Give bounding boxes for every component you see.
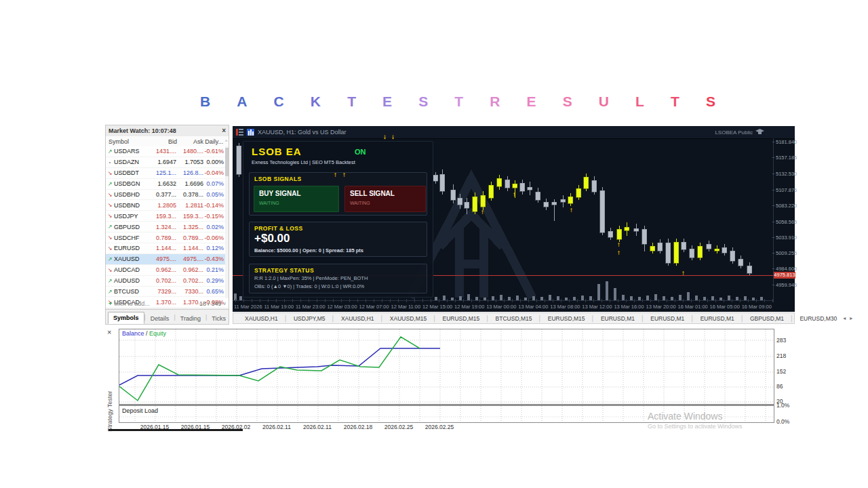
scroll-down-icon[interactable]: v <box>224 301 226 306</box>
column-symbol: Symbol <box>106 138 151 145</box>
date-tick: 2026.02.11 <box>297 424 338 430</box>
candle <box>568 193 573 206</box>
table-row-usdbhd[interactable]: ↘USDBHD0.377...0.378...0.05% <box>106 190 229 201</box>
date-tick: 2026.01.15 <box>134 424 175 430</box>
column-ask: Ask <box>177 138 203 145</box>
ea-strategy-heading: STRATEGY STATUS <box>254 267 314 274</box>
market-watch-header: Symbol Bid Ask Daily... ^ <box>106 136 229 147</box>
table-row-usdbgn[interactable]: ↗USDBGN1.66321.66960.07% <box>106 179 229 190</box>
time-tick: 16 Mar 05:00 <box>710 304 740 310</box>
chart-tab-10[interactable]: GBPUSD,M1 <box>744 315 790 322</box>
arrow-up-icon: ↗ <box>106 148 114 155</box>
value-tick: 86 <box>776 383 783 390</box>
bid-cell: 0.789... <box>149 235 176 241</box>
nav-right-icon[interactable]: ▸ <box>850 315 852 321</box>
scrollbar[interactable] <box>225 146 229 298</box>
bid-cell: 0.962... <box>149 266 176 273</box>
price-tick: 5009.255 <box>776 250 797 256</box>
symbol-cell: EURUSD <box>114 245 149 251</box>
candle <box>650 243 655 253</box>
arrow-down-icon: ↘ <box>106 235 114 241</box>
plus-icon: + <box>108 300 112 307</box>
chart-tab-2[interactable]: XAUUSD,H1 <box>335 315 380 322</box>
price-tick: 5083.220 <box>776 203 797 209</box>
table-row-btcusd[interactable]: ↗BTCUSD7329...7330...0.65% <box>106 287 229 298</box>
table-row-usdbnd[interactable]: ↘USDBND1.28051.2811-0.14% <box>106 200 229 211</box>
candle <box>634 224 639 236</box>
click-to-add-link[interactable]: click to add... <box>114 300 150 307</box>
candle <box>707 241 711 251</box>
chart-tab-11[interactable]: EURUSD,M30 <box>793 315 843 322</box>
chart-tab-6[interactable]: EURUSD,M15 <box>542 315 591 322</box>
title-letter: L <box>635 94 644 110</box>
chart-tab-3[interactable]: XAUUSD,M15 <box>384 315 433 322</box>
value-tick: 0.0% <box>776 418 789 425</box>
candle <box>576 185 581 200</box>
tab-symbols[interactable]: Symbols <box>108 312 144 324</box>
tab-nav: ◂▸ <box>843 315 852 321</box>
title-letter: C <box>274 94 284 110</box>
price-tick: 5107.875 <box>776 187 797 193</box>
tab-details[interactable]: Details <box>146 313 174 324</box>
chart-tab-0[interactable]: XAUUSD,H1 <box>239 315 284 322</box>
chart-tab-4[interactable]: EURUSD,M15 <box>437 315 486 322</box>
time-tick: 12 Mar 07:00 <box>359 304 389 310</box>
screenshot-root: BACKTESTRESULTS Market Watch: 10:07:48 ×… <box>0 0 868 488</box>
bid-cell: 7329... <box>149 288 176 295</box>
daily-cell: -0.43% <box>203 256 224 262</box>
candle <box>658 239 663 253</box>
date-tick: 2026.02.11 <box>256 424 297 430</box>
table-row-usdbdt[interactable]: ↘USDBDT125.1...126.8...-0.04% <box>106 168 229 179</box>
table-row-gbpusd[interactable]: ↗GBPUSD1.324...1.325...0.02% <box>106 222 229 232</box>
chart-tab-5[interactable]: BTCUSD,M15 <box>490 315 538 322</box>
table-row-usdjpy[interactable]: ↘USDJPY159.3...159.3...-0.15% <box>106 211 229 222</box>
page-title: BACKTESTRESULTS <box>200 92 715 111</box>
scroll-up-icon[interactable]: ^ <box>224 139 229 144</box>
title-letter: T <box>671 94 679 110</box>
value-tick: 1.0% <box>776 402 789 409</box>
daily-cell: -0.15% <box>203 213 224 220</box>
table-row-eurusd[interactable]: ↘EURUSD1.144...1.144...0.12% <box>106 243 229 254</box>
deposit-load-label: Deposit Load <box>122 407 158 414</box>
table-row-xauusd[interactable]: ↗XAUUSD4975....4975....-0.43% <box>106 254 229 265</box>
symbol-cell: XAUUSD <box>114 256 149 262</box>
chart-tab-1[interactable]: USDJPY,M5 <box>288 315 332 322</box>
title-letter: K <box>311 94 321 110</box>
nav-left-icon[interactable]: ◂ <box>843 315 846 321</box>
market-watch-titlebar: Market Watch: 10:07:48 × <box>106 125 229 137</box>
table-row-usdchf[interactable]: ↘USDCHF0.789...0.789...-0.06% <box>106 232 229 243</box>
table-row-audcad[interactable]: ↘AUDCAD0.962...0.962...0.21% <box>106 265 229 276</box>
table-row-audusd[interactable]: ↗AUDUSD0.702...0.702...0.29% <box>106 276 229 287</box>
arrow-down-icon: ↘ <box>106 267 114 273</box>
daily-cell: -0.14% <box>203 202 224 209</box>
tab-trading[interactable]: Trading <box>176 313 205 324</box>
candle <box>715 245 719 253</box>
candle <box>433 172 438 184</box>
close-icon[interactable]: × <box>107 328 111 336</box>
table-row-usdars[interactable]: ↗USDARS1431....1480....-0.61% <box>106 146 229 157</box>
arrow-down-icon: ↘ <box>106 245 114 251</box>
chart-tab-9[interactable]: EURUSD,M1 <box>694 315 741 322</box>
candle <box>722 244 727 256</box>
arrow-down-icon: ↘ <box>106 170 114 176</box>
chart-tab-8[interactable]: EURUSD,M1 <box>644 315 690 322</box>
candle <box>520 180 525 195</box>
bid-cell: 159.3... <box>149 213 176 220</box>
tab-ticks[interactable]: Ticks <box>207 313 231 324</box>
daily-cell: 0.02% <box>203 224 224 230</box>
daily-cell: -0.04% <box>203 169 224 176</box>
buy-arrow-marker: ↑ <box>682 270 685 276</box>
symbols-count: 18 / 349 <box>199 300 222 307</box>
candle <box>625 222 629 236</box>
chart-tab-7[interactable]: EURUSD,M1 <box>595 315 641 322</box>
table-row-usdazn[interactable]: •USDAZN1.69471.70530.00% <box>106 157 229 168</box>
time-tick: 11 Mar 2026 <box>234 304 262 310</box>
close-icon[interactable]: × <box>222 127 226 134</box>
arrow-down-icon: ↘ <box>106 213 114 219</box>
buy-arrow-marker: ↑ <box>513 191 516 197</box>
candle <box>674 239 679 266</box>
buy-signal-box: BUY SIGNAL WAITING <box>254 186 339 212</box>
symbol-cell: AUDUSD <box>114 277 149 284</box>
scrollbar-thumb[interactable] <box>225 148 229 176</box>
bid-cell: 1.324... <box>149 224 176 230</box>
